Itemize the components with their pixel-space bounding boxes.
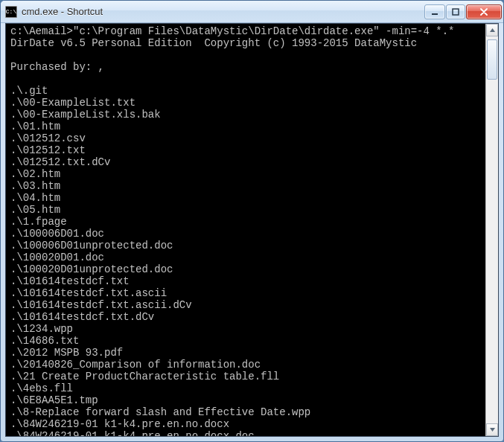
client-area: c:\Aemail>"c:\Program Files\DataMystic\D… [5, 23, 499, 437]
maximize-button[interactable] [446, 4, 465, 19]
chevron-up-icon [489, 27, 496, 33]
titlebar[interactable]: C:\ cmd.exe - Shortcut [1, 1, 503, 23]
window-title: cmd.exe - Shortcut [22, 6, 424, 17]
vertical-scrollbar[interactable] [485, 24, 498, 436]
close-button[interactable] [466, 4, 502, 19]
chevron-down-icon [489, 426, 496, 433]
maximize-icon [452, 8, 459, 16]
minimize-icon [431, 8, 438, 16]
scroll-down-button[interactable] [486, 423, 498, 436]
app-window: C:\ cmd.exe - Shortcut c:\Aemail>"c:\Pro… [0, 0, 504, 442]
svg-rect-0 [432, 13, 438, 15]
scroll-track[interactable] [486, 36, 498, 423]
scroll-up-button[interactable] [486, 24, 498, 36]
close-icon [479, 8, 488, 16]
window-controls [424, 4, 502, 19]
minimize-button[interactable] [424, 4, 445, 19]
scroll-thumb[interactable] [487, 39, 497, 80]
svg-rect-1 [453, 9, 459, 15]
console-output[interactable]: c:\Aemail>"c:\Program Files\DataMystic\D… [6, 24, 485, 436]
cmd-icon: C:\ [5, 6, 17, 18]
